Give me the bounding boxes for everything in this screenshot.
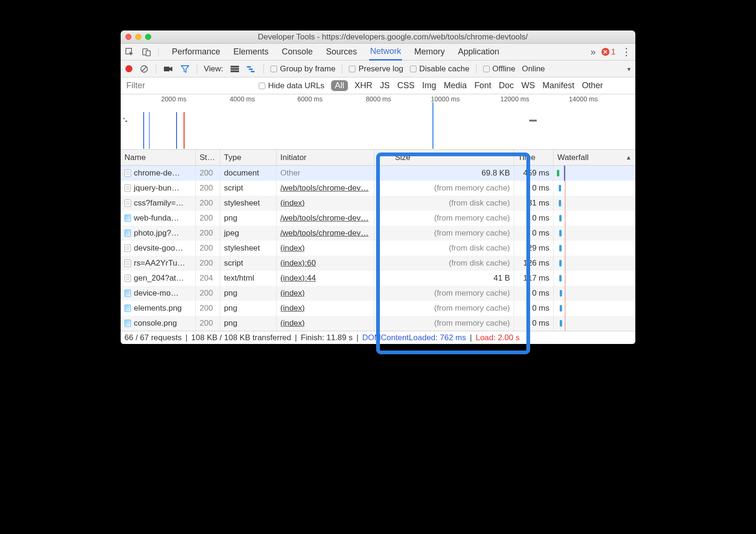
tab-sources[interactable]: Sources: [325, 44, 358, 60]
overview-bar: [125, 121, 127, 122]
filter-all[interactable]: All: [331, 80, 348, 91]
filter-ws[interactable]: WS: [521, 81, 535, 91]
svg-rect-11: [251, 71, 255, 72]
filter-manifest[interactable]: Manifest: [542, 81, 574, 91]
request-initiator[interactable]: /web/tools/chrome-dev…: [277, 181, 374, 196]
tab-network[interactable]: Network: [369, 44, 402, 61]
table-row[interactable]: jquery-bun…200script/web/tools/chrome-de…: [121, 181, 635, 196]
table-row[interactable]: console.png200png(index)(from memory cac…: [121, 316, 635, 331]
offline-checkbox[interactable]: Offline: [483, 64, 516, 74]
hide-data-urls-checkbox[interactable]: Hide data URLs: [259, 81, 324, 91]
request-initiator[interactable]: /web/tools/chrome-dev…: [277, 226, 374, 241]
throttling-select[interactable]: Online: [522, 64, 545, 74]
table-row[interactable]: css?family=…200stylesheet(index)(from di…: [121, 196, 635, 211]
load-line: [565, 166, 565, 181]
request-time: 117 ms: [514, 271, 554, 286]
request-waterfall: [554, 196, 635, 211]
image-file-icon: [124, 214, 131, 222]
document-file-icon: [124, 184, 131, 192]
request-initiator[interactable]: (index): [277, 286, 374, 301]
request-time: 0 ms: [514, 211, 554, 226]
table-header[interactable]: Name St… Type Initiator Size Time Waterf…: [121, 150, 635, 166]
waterfall-overview-icon[interactable]: [247, 64, 257, 74]
request-name: jquery-bun…: [134, 183, 179, 193]
tab-console[interactable]: Console: [281, 44, 314, 60]
col-name[interactable]: Name: [121, 150, 196, 165]
more-tabs-icon[interactable]: »: [590, 46, 595, 57]
overview-bar: [123, 118, 125, 119]
window-title: Developer Tools - https://developers.goo…: [155, 32, 631, 42]
request-size: (from memory cache): [374, 181, 514, 196]
table-row[interactable]: elements.png200png(index)(from memory ca…: [121, 301, 635, 316]
request-initiator[interactable]: (index): [277, 196, 374, 211]
tab-application[interactable]: Application: [457, 44, 500, 60]
filter-media[interactable]: Media: [444, 81, 467, 91]
filter-other[interactable]: Other: [582, 81, 603, 91]
request-initiator[interactable]: (index): [277, 316, 374, 331]
traffic-lights: [125, 34, 151, 40]
col-waterfall[interactable]: Waterfall▲: [554, 150, 635, 165]
table-row[interactable]: chrome-de…200documentOther69.8 KB459 ms: [121, 166, 635, 181]
request-size: (from memory cache): [374, 286, 514, 301]
col-time[interactable]: Time: [514, 150, 554, 165]
document-file-icon: [124, 259, 131, 267]
inspect-icon[interactable]: [124, 47, 135, 57]
request-type: png: [220, 316, 277, 331]
filter-css[interactable]: CSS: [397, 81, 415, 91]
filter-input[interactable]: [121, 77, 252, 94]
request-name: elements.png: [134, 304, 182, 313]
table-row[interactable]: devsite-goo…200stylesheet(index)(from di…: [121, 241, 635, 256]
tick-label: 2000 ms: [161, 95, 186, 103]
col-status[interactable]: St…: [196, 150, 220, 165]
filter-icon[interactable]: [180, 64, 190, 74]
minimize-window-button[interactable]: [135, 34, 141, 40]
chevron-down-icon[interactable]: ▾: [627, 65, 631, 73]
request-waterfall: [554, 301, 635, 316]
camera-icon[interactable]: [163, 64, 173, 74]
error-count-badge[interactable]: ✕ 1: [602, 47, 616, 57]
col-type[interactable]: Type: [220, 150, 277, 165]
request-time: 459 ms: [514, 166, 554, 181]
load-line: [565, 241, 565, 256]
request-size: (from disk cache): [374, 196, 514, 211]
tab-performance[interactable]: Performance: [171, 44, 221, 60]
request-type: png: [220, 301, 277, 316]
disable-cache-checkbox[interactable]: Disable cache: [410, 64, 470, 74]
table-row[interactable]: gen_204?at…204text/html(index):4441 B117…: [121, 271, 635, 286]
request-initiator[interactable]: (index): [277, 241, 374, 256]
table-row[interactable]: web-funda…200png/web/tools/chrome-dev…(f…: [121, 211, 635, 226]
tick-label: 10000 ms: [431, 95, 460, 103]
filter-img[interactable]: Img: [422, 81, 436, 91]
clear-icon[interactable]: [139, 64, 149, 74]
preserve-log-checkbox[interactable]: Preserve log: [349, 64, 403, 74]
tab-memory[interactable]: Memory: [413, 44, 446, 60]
zoom-window-button[interactable]: [145, 34, 151, 40]
filter-font[interactable]: Font: [474, 81, 491, 91]
group-by-frame-checkbox[interactable]: Group by frame: [270, 64, 335, 74]
table-row[interactable]: rs=AA2YrTu…200script(index):60(from disk…: [121, 256, 635, 271]
request-size: (from disk cache): [374, 256, 514, 271]
request-name: console.png: [134, 319, 177, 328]
kebab-menu-icon[interactable]: ⋮: [621, 47, 632, 57]
request-initiator[interactable]: /web/tools/chrome-dev…: [277, 211, 374, 226]
large-rows-icon[interactable]: [230, 64, 240, 74]
filter-js[interactable]: JS: [380, 81, 390, 91]
col-initiator[interactable]: Initiator: [277, 150, 374, 165]
table-row[interactable]: photo.jpg?…200jpeg/web/tools/chrome-dev……: [121, 226, 635, 241]
tab-elements[interactable]: Elements: [232, 44, 270, 60]
network-table: Name St… Type Initiator Size Time Waterf…: [121, 150, 635, 331]
record-button[interactable]: [125, 65, 132, 72]
request-waterfall: [554, 166, 635, 181]
timeline-overview[interactable]: 2000 ms4000 ms6000 ms8000 ms10000 ms1200…: [121, 94, 635, 150]
close-window-button[interactable]: [125, 34, 131, 40]
table-row[interactable]: device-mo…200png(index)(from memory cach…: [121, 286, 635, 301]
svg-rect-6: [231, 66, 239, 68]
request-initiator[interactable]: (index): [277, 301, 374, 316]
filter-xhr[interactable]: XHR: [355, 81, 372, 91]
request-initiator[interactable]: (index):44: [277, 271, 374, 286]
filter-doc[interactable]: Doc: [499, 81, 514, 91]
request-initiator[interactable]: (index):60: [277, 256, 374, 271]
col-size[interactable]: Size: [374, 150, 514, 165]
svg-rect-5: [164, 67, 170, 71]
device-toggle-icon[interactable]: [141, 47, 152, 57]
